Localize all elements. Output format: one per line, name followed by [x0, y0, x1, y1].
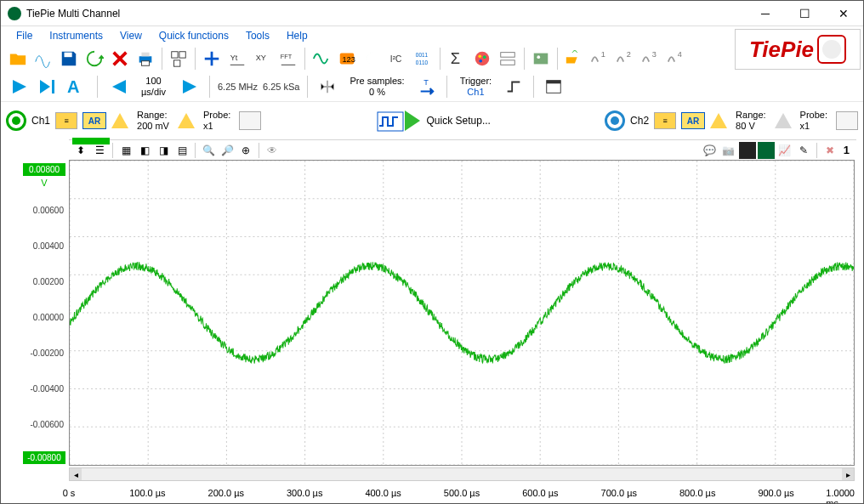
ch1-menu-button[interactable]: [239, 111, 261, 130]
export1-button[interactable]: [562, 47, 586, 71]
ch1-range-label: Range:: [137, 110, 169, 121]
timebase-faster-button[interactable]: [176, 74, 202, 99]
reload-button[interactable]: [82, 47, 106, 71]
img-button[interactable]: [529, 47, 553, 71]
ch2-enable-button[interactable]: [605, 110, 625, 131]
ch2-range-up-button[interactable]: [710, 113, 727, 128]
svg-text:XY: XY: [256, 54, 266, 62]
svg-rect-4: [172, 52, 178, 58]
gt-zoom-fit-button[interactable]: ⊕: [237, 142, 254, 159]
params-button[interactable]: [496, 47, 520, 71]
svg-point-17: [478, 54, 481, 58]
menu-file[interactable]: File: [9, 28, 39, 43]
auto-button[interactable]: A: [64, 74, 89, 99]
open-button[interactable]: [6, 47, 30, 71]
minimize-button[interactable]: ─: [746, 1, 785, 26]
ch1-autorange-button[interactable]: AR: [82, 112, 106, 129]
ch1-probe-display[interactable]: Probe: x1: [200, 110, 234, 132]
play-once-button[interactable]: [35, 74, 60, 99]
gt-dark2-button[interactable]: [758, 142, 775, 159]
gt-display2-button[interactable]: ◨: [155, 142, 172, 159]
trigger-edge-button[interactable]: [502, 75, 526, 99]
sample-count[interactable]: 6.25 kSa: [263, 82, 299, 92]
cursor-button[interactable]: [200, 47, 224, 71]
yt-button[interactable]: Yt: [225, 47, 249, 71]
svg-point-16: [475, 52, 490, 66]
x-tick: 100.0 µs: [129, 488, 165, 498]
gt-display1-button[interactable]: ◧: [136, 142, 153, 159]
svg-text:2: 2: [627, 50, 631, 59]
sum-button[interactable]: Σ: [445, 47, 469, 71]
menu-quick-functions[interactable]: Quick functions: [152, 28, 236, 43]
quick-setup-button[interactable]: Quick Setup...: [376, 105, 491, 136]
play-button[interactable]: [6, 74, 31, 99]
export5-button[interactable]: 4: [664, 47, 688, 71]
gt-edit-button[interactable]: ✎: [795, 142, 812, 159]
gt-dark1-button[interactable]: [739, 142, 756, 159]
menu-view[interactable]: View: [113, 28, 149, 43]
maximize-button[interactable]: ☐: [785, 1, 824, 26]
binary-button[interactable]: 00110110: [412, 47, 435, 71]
x-scrollbar[interactable]: ◂ ▸: [69, 467, 855, 481]
svg-text:Σ: Σ: [451, 49, 460, 67]
record-length-button[interactable]: [315, 75, 339, 99]
scroll-right-button[interactable]: ▸: [842, 468, 854, 480]
menu-help[interactable]: Help: [280, 28, 315, 43]
print-button[interactable]: [134, 47, 157, 71]
save-button[interactable]: [57, 47, 81, 71]
x-tick: 400.0 µs: [365, 488, 401, 498]
ch1-range-display[interactable]: Range: 200 mV: [134, 110, 173, 132]
timebase-display[interactable]: 100 µs/div: [136, 76, 171, 98]
gt-grid-button[interactable]: ▦: [117, 142, 134, 159]
trigger-pos-button[interactable]: T: [415, 75, 439, 99]
menu-instruments[interactable]: Instruments: [43, 28, 110, 43]
ch1-coupling-button[interactable]: ≡: [55, 112, 77, 129]
ch2-range-display[interactable]: Range: 80 V: [732, 110, 769, 132]
fft-button[interactable]: FFT: [276, 47, 300, 71]
svg-rect-32: [547, 81, 561, 84]
layout-button[interactable]: [167, 47, 190, 71]
presamples-value: 0 %: [369, 87, 385, 98]
close-button[interactable]: ✕: [824, 1, 863, 26]
svg-rect-2: [141, 53, 149, 57]
sample-freq[interactable]: 6.25 MHz: [218, 82, 258, 92]
temp-button[interactable]: I²C: [386, 47, 410, 71]
export2-button[interactable]: 1: [588, 47, 611, 71]
gt-zoom-out-button[interactable]: 🔎: [219, 142, 236, 159]
trace-tag[interactable]: [72, 138, 110, 144]
signal-button[interactable]: [310, 47, 333, 71]
y-unit: V: [23, 178, 65, 188]
svg-text:0110: 0110: [416, 59, 429, 65]
ch2-probe-display[interactable]: Probe: x1: [797, 110, 831, 132]
gt-graph-button[interactable]: 📈: [776, 142, 793, 159]
gt-display3-button[interactable]: ▤: [173, 142, 190, 159]
xy-button[interactable]: XY: [251, 47, 275, 71]
open-waveform-button[interactable]: [31, 47, 55, 71]
delete-button[interactable]: [108, 47, 132, 71]
ch2-coupling-button[interactable]: ≡: [654, 112, 676, 129]
ch1-range-down-button[interactable]: [178, 113, 195, 128]
ch1-enable-button[interactable]: [6, 110, 26, 131]
gt-remove-button[interactable]: ✖: [821, 142, 838, 159]
presamples-display[interactable]: Pre samples: 0 %: [344, 76, 409, 98]
palette-button[interactable]: [470, 47, 494, 71]
menu-tools[interactable]: Tools: [239, 28, 276, 43]
oscilloscope-plot[interactable]: [69, 160, 855, 466]
trigger-display[interactable]: Trigger: Ch1: [455, 76, 497, 98]
ch2-range-value: 80 V: [736, 121, 765, 132]
export3-button[interactable]: 2: [613, 47, 637, 71]
ch2-autorange-button[interactable]: AR: [681, 112, 705, 129]
settings-window-button[interactable]: [542, 75, 566, 99]
crescent-button[interactable]: [361, 47, 384, 71]
timebase-slower-button[interactable]: [105, 74, 131, 99]
ch2-range-down-button[interactable]: [775, 113, 792, 128]
ch1-range-up-button[interactable]: [111, 113, 128, 128]
meter-button[interactable]: 123: [335, 47, 359, 71]
gt-zoom-in-button[interactable]: 🔍: [200, 142, 217, 159]
scroll-left-button[interactable]: ◂: [70, 468, 82, 480]
gt-camera-button[interactable]: 📷: [720, 142, 737, 159]
ch2-menu-button[interactable]: [836, 111, 858, 130]
export4-button[interactable]: 3: [639, 47, 662, 71]
gt-visibility-button[interactable]: 👁: [264, 142, 281, 159]
gt-comment-button[interactable]: 💬: [702, 142, 719, 159]
